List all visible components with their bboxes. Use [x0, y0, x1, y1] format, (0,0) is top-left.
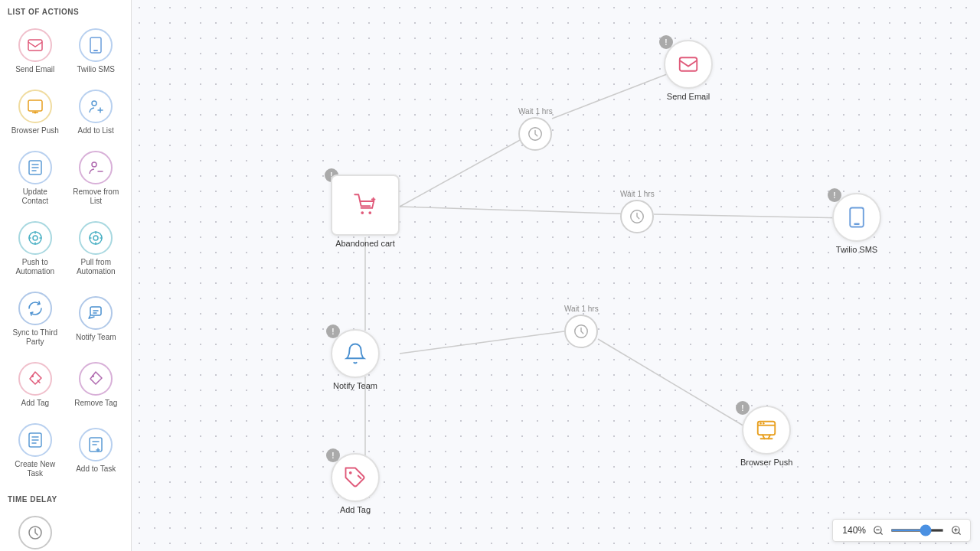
browser-push-label: Browser Push	[11, 126, 59, 135]
sidebar-item-send-email[interactable]: Send Email	[6, 22, 64, 80]
sidebar-item-add-to-task[interactable]: Add to Task	[67, 417, 126, 484]
pull-from-automation-icon-circle	[79, 221, 113, 255]
send-email-circle[interactable]	[664, 40, 713, 89]
trigger-node-abandoned-cart[interactable]: ! Abandoned cart	[331, 174, 400, 248]
zoom-percent: 140%	[839, 525, 866, 536]
push-to-automation-icon-circle	[18, 221, 52, 255]
svg-point-37	[760, 422, 762, 425]
wait-1-circle[interactable]	[518, 117, 552, 151]
add-tag-label: Add Tag	[21, 399, 49, 408]
svg-rect-34	[854, 223, 860, 226]
node-notify-team[interactable]: ! Notify Team	[331, 329, 380, 390]
sync-icon-circle	[18, 292, 52, 325]
svg-line-18	[400, 132, 535, 207]
sidebar-item-sync-to-third-party[interactable]: Sync to Third Party	[6, 285, 64, 353]
svg-point-5	[92, 101, 96, 106]
create-new-task-icon-circle	[18, 423, 52, 457]
sidebar-item-browser-push[interactable]: Browser Push	[6, 83, 64, 142]
add-tag-node-label: Add Tag	[340, 505, 371, 514]
svg-line-23	[400, 329, 581, 354]
sidebar: LIST OF ACTIONS Send Email Twilio SMS Br…	[0, 0, 132, 551]
wait-3-circle[interactable]	[564, 315, 598, 348]
wait-1-label: Wait 1 hrs	[518, 107, 553, 116]
wait-node-2[interactable]: Wait 1 hrs	[620, 190, 655, 233]
sidebar-item-update-contact[interactable]: Update Contact	[6, 145, 64, 212]
svg-point-26	[361, 211, 364, 214]
svg-line-24	[598, 339, 757, 434]
add-tag-icon-circle	[18, 362, 52, 396]
remove-from-list-icon-circle	[79, 151, 113, 184]
twilio-sms-warning: !	[828, 188, 841, 202]
send-email-icon-circle	[18, 28, 52, 62]
browser-push-icon-circle	[18, 90, 52, 123]
node-send-email[interactable]: ! Send Email	[664, 40, 713, 101]
sidebar-item-add-to-list[interactable]: Add to List	[67, 83, 126, 142]
svg-point-9	[33, 236, 38, 240]
svg-point-39	[349, 471, 352, 474]
sidebar-item-push-to-automation[interactable]: Push to Automation	[6, 215, 64, 282]
send-email-warning: !	[659, 35, 673, 49]
add-to-task-label: Add to Task	[76, 465, 116, 474]
sidebar-item-create-new-task[interactable]: Create New Task	[6, 417, 64, 484]
send-email-node-label: Send Email	[667, 92, 710, 101]
time-delay-grid: Add Delay	[0, 507, 131, 551]
wait-3-label: Wait 1 hrs	[564, 305, 599, 313]
svg-point-27	[368, 211, 371, 214]
sidebar-item-remove-tag[interactable]: Remove Tag	[67, 356, 126, 414]
section-title-actions: LIST OF ACTIONS	[0, 0, 131, 19]
browser-push-warning: !	[736, 401, 750, 415]
sidebar-item-add-tag[interactable]: Add Tag	[6, 356, 64, 414]
abandoned-cart-box[interactable]	[331, 174, 400, 236]
abandoned-cart-label: Abandoned cart	[335, 239, 395, 248]
notify-team-label: Notify Team	[76, 333, 116, 342]
twilio-sms-circle[interactable]	[832, 193, 881, 242]
svg-rect-2	[93, 50, 98, 51]
add-to-list-icon-circle	[79, 90, 113, 123]
sidebar-item-twilio-sms[interactable]: Twilio SMS	[67, 22, 126, 80]
update-contact-label: Update Contact	[9, 187, 61, 206]
svg-rect-3	[28, 100, 42, 111]
node-add-tag[interactable]: ! Add Tag	[331, 453, 380, 514]
node-twilio-sms[interactable]: ! Twilio SMS	[832, 193, 881, 254]
zoom-slider[interactable]	[890, 529, 944, 532]
zoom-in-button[interactable]	[949, 523, 964, 538]
sidebar-item-add-delay[interactable]: Add Delay	[6, 510, 64, 551]
notify-team-circle[interactable]	[331, 329, 380, 378]
sidebar-item-remove-from-list[interactable]: Remove from List	[67, 145, 126, 212]
wait-2-circle[interactable]	[620, 200, 654, 233]
node-browser-push[interactable]: ! Browser Push	[740, 406, 792, 467]
svg-point-7	[92, 162, 96, 167]
remove-tag-label: Remove Tag	[74, 399, 117, 408]
svg-line-22	[654, 214, 849, 218]
wait-node-1[interactable]: Wait 1 hrs	[518, 107, 553, 151]
sidebar-item-pull-from-automation[interactable]: Pull from Automation	[67, 215, 126, 282]
browser-push-node-label: Browser Push	[740, 458, 792, 467]
wait-2-label: Wait 1 hrs	[620, 190, 655, 198]
remove-from-list-label: Remove from List	[70, 187, 122, 206]
add-delay-icon-circle	[18, 516, 52, 549]
svg-line-21	[552, 69, 681, 119]
canvas: ! Abandoned cart Wait 1 hrs ! Send Email…	[132, 0, 980, 551]
zoom-controls: 140%	[832, 519, 971, 542]
remove-tag-icon-circle	[79, 362, 113, 396]
sidebar-item-notify-team[interactable]: Notify Team	[67, 285, 126, 353]
svg-rect-31	[680, 57, 697, 71]
svg-point-14	[92, 375, 94, 377]
svg-point-13	[31, 375, 34, 377]
send-email-label: Send Email	[15, 65, 54, 74]
notify-team-node-label: Notify Team	[333, 381, 377, 390]
actions-grid: Send Email Twilio SMS Browser Push Add t…	[0, 19, 131, 487]
svg-line-19	[400, 207, 637, 214]
sync-to-third-party-label: Sync to Third Party	[9, 328, 61, 347]
svg-point-38	[763, 422, 765, 425]
push-to-automation-label: Push to Automation	[9, 258, 61, 276]
wait-node-3[interactable]: Wait 1 hrs	[564, 305, 599, 348]
svg-rect-0	[28, 40, 42, 51]
zoom-out-button[interactable]	[871, 523, 886, 538]
add-tag-circle[interactable]	[331, 453, 380, 502]
connections-svg	[132, 0, 980, 551]
browser-push-circle[interactable]	[742, 406, 791, 455]
twilio-sms-icon-circle	[79, 28, 113, 62]
notify-team-icon-circle	[79, 296, 113, 330]
twilio-sms-node-label: Twilio SMS	[836, 245, 877, 254]
